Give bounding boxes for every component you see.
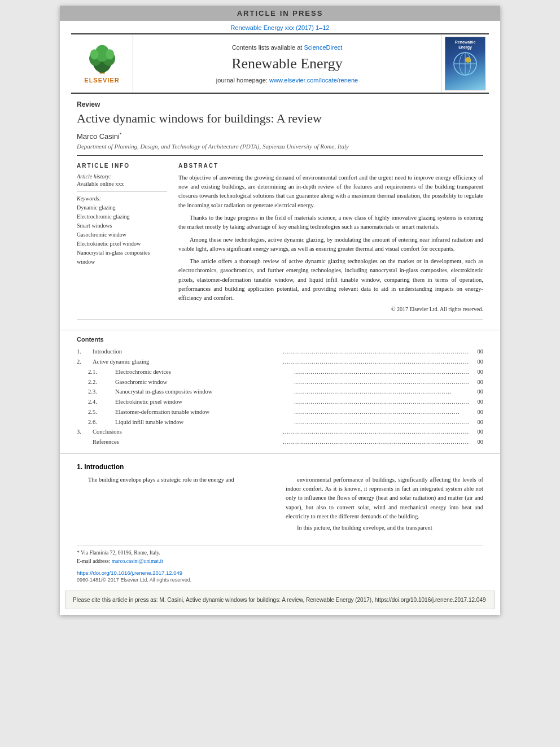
keywords-list: Dynamic glazing Electrochromic glazing S… <box>77 203 167 267</box>
footnote-email-link[interactable]: marco.casini@unimat.it <box>112 558 163 564</box>
doi-text[interactable]: https://doi.org/10.1016/j.renene.2017.12… <box>60 569 500 577</box>
journal-name: Renewable Energy <box>231 55 343 72</box>
contents-heading: Contents <box>77 336 483 343</box>
article-type: Review <box>77 101 483 108</box>
toc-item-2: 2. Active dynamic glazing ..............… <box>77 357 483 366</box>
toc-page-26: 00 <box>469 418 483 427</box>
toc-item-25: 2.5. Elastomer-deformation tunable windo… <box>77 408 483 417</box>
toc-page-25: 00 <box>469 408 483 417</box>
keyword-1: Dynamic glazing <box>77 203 167 212</box>
elsevier-label: ELSEVIER <box>84 77 119 84</box>
article-page: ARTICLE IN PRESS Renewable Energy xxx (2… <box>60 6 500 615</box>
svg-point-6 <box>106 49 114 59</box>
journal-header: ELSEVIER Contents lists available at Sci… <box>71 33 489 94</box>
toc-title-25: Elastomer-deformation tunable window <box>115 408 292 417</box>
journal-cover-title: RenewableEnergy <box>455 40 476 50</box>
toc-num-3: 3. <box>77 427 93 436</box>
toc-dots-23: ........................................… <box>292 387 470 396</box>
history-label: Article history: <box>77 173 167 180</box>
toc-item-21: 2.1. Electrochromic devices ............… <box>77 368 483 377</box>
citation-text: Please cite this article in press as: M.… <box>73 596 487 604</box>
journal-header-center: Contents lists available at ScienceDirec… <box>133 34 441 93</box>
toc-title-24: Electrokinetic pixel window <box>115 397 292 407</box>
toc-item-3: 3. Conclusions .........................… <box>77 427 483 436</box>
intro-col-right: environmental performance of buildings, … <box>286 475 483 535</box>
homepage-link[interactable]: www.elsevier.com/locate/renene <box>269 77 358 84</box>
abstract-p2: Thanks to the huge progress in the field… <box>178 213 483 232</box>
toc-dots-24: ........................................… <box>292 397 470 407</box>
sciencedirect-link[interactable]: ScienceDirect <box>304 44 342 51</box>
toc-num-22: 2.2. <box>88 378 115 387</box>
toc-page-23: 00 <box>469 387 483 396</box>
divider <box>77 191 167 192</box>
svg-point-5 <box>90 49 98 59</box>
toc-dots-ref: ........................................… <box>281 438 470 447</box>
toc-item-26: 2.6. Liquid infill tunable window ......… <box>77 418 483 427</box>
rights-text: 0960-1481/© 2017 Elsevier Ltd. All right… <box>60 577 500 586</box>
contents-section: Contents 1. Introduction ...............… <box>60 330 500 454</box>
intro-heading: 1. Introduction <box>77 463 483 471</box>
journal-homepage: journal homepage: www.elsevier.com/locat… <box>216 77 358 84</box>
toc-title-2: Active dynamic glazing <box>93 357 281 366</box>
toc-num-24: 2.4. <box>88 397 115 407</box>
abstract-p1: The objective of answering the growing d… <box>178 173 483 210</box>
journal-citation-text: Renewable Energy xxx (2017) 1–12 <box>231 24 330 31</box>
intro-p3: In this picture, the building envelope, … <box>286 523 483 532</box>
toc-item-22: 2.2. Gasochromic window ................… <box>77 378 483 387</box>
journal-cover-graphic <box>451 50 479 78</box>
toc-num-25: 2.5. <box>88 408 115 417</box>
toc-dots-21: ........................................… <box>292 368 470 377</box>
main-content: Review Active dynamic windows for buildi… <box>60 94 500 330</box>
intro-col-left-text: The building envelope plays a strategic … <box>77 475 274 484</box>
toc-dots-1: ........................................… <box>281 347 470 356</box>
abstract-col: ABSTRACT The objective of answering the … <box>178 163 483 312</box>
toc-num-26: 2.6. <box>88 418 115 427</box>
journal-citation: Renewable Energy xxx (2017) 1–12 <box>60 21 500 33</box>
contents-line: Contents lists available at ScienceDirec… <box>232 44 343 51</box>
intro-two-col: The building envelope plays a strategic … <box>77 475 483 535</box>
journal-cover-image: RenewableEnergy <box>445 37 485 90</box>
toc-num-21: 2.1. <box>88 368 115 377</box>
toc-num-2: 2. <box>77 357 93 366</box>
abstract-heading: ABSTRACT <box>178 163 483 169</box>
available-online: Available online xxx <box>77 181 167 187</box>
toc-title-3: Conclusions <box>93 427 281 436</box>
keyword-6: Nanocrystal in-glass composites window <box>77 248 167 267</box>
article-title: Active dynamic windows for buildings: A … <box>77 111 483 127</box>
intro-p1: The building envelope plays a strategic … <box>77 475 274 484</box>
keyword-2: Electrochromic glazing <box>77 212 167 221</box>
toc-dots-26: ........................................… <box>292 418 470 427</box>
toc-page-3: 00 <box>469 427 483 436</box>
toc-title-23: Nanocrystal in-glass composites window <box>115 387 292 396</box>
elsevier-logo-box: ELSEVIER <box>71 34 133 93</box>
toc-page-ref: 00 <box>469 438 483 447</box>
intro-col-left: The building envelope plays a strategic … <box>77 475 274 535</box>
keywords-label: Keywords: <box>77 195 167 202</box>
toc-title-21: Electrochromic devices <box>115 368 292 377</box>
article-info-heading: ARTICLE INFO <box>77 163 167 169</box>
affiliation: Department of Planning, Design, and Tech… <box>77 143 483 150</box>
article-in-press-banner: ARTICLE IN PRESS <box>60 6 500 21</box>
abstract-p4: The article offers a thorough review of … <box>178 257 483 303</box>
intro-p2: environmental performance of buildings, … <box>286 475 483 521</box>
copyright: © 2017 Elsevier Ltd. All rights reserved… <box>178 306 483 312</box>
toc-num-1: 1. <box>77 347 93 356</box>
intro-col-right-text: environmental performance of buildings, … <box>286 475 483 533</box>
footnote-star: * Via Flaminia 72, 00196, Rome, Italy. <box>77 549 483 557</box>
journal-cover-box: RenewableEnergy <box>441 34 489 93</box>
toc-title-22: Gasochromic window <box>115 378 292 387</box>
article-info-col: ARTICLE INFO Article history: Available … <box>77 163 167 312</box>
keyword-3: Smart windows <box>77 221 167 230</box>
toc-page-1: 00 <box>469 347 483 356</box>
toc-page-2: 00 <box>469 357 483 366</box>
toc-dots-2: ........................................… <box>281 357 470 366</box>
toc-num-23: 2.3. <box>88 387 115 396</box>
keyword-5: Electrokinetic pixel window <box>77 239 167 248</box>
citation-banner: Please cite this article in press as: M.… <box>65 591 495 609</box>
article-info-abstract: ARTICLE INFO Article history: Available … <box>77 155 483 320</box>
toc-title-1: Introduction <box>93 347 281 356</box>
keyword-4: Gasochromic window <box>77 230 167 239</box>
toc-item-24: 2.4. Electrokinetic pixel window .......… <box>77 397 483 407</box>
toc-dots-22: ........................................… <box>292 378 470 387</box>
toc-dots-3: ........................................… <box>281 427 470 436</box>
